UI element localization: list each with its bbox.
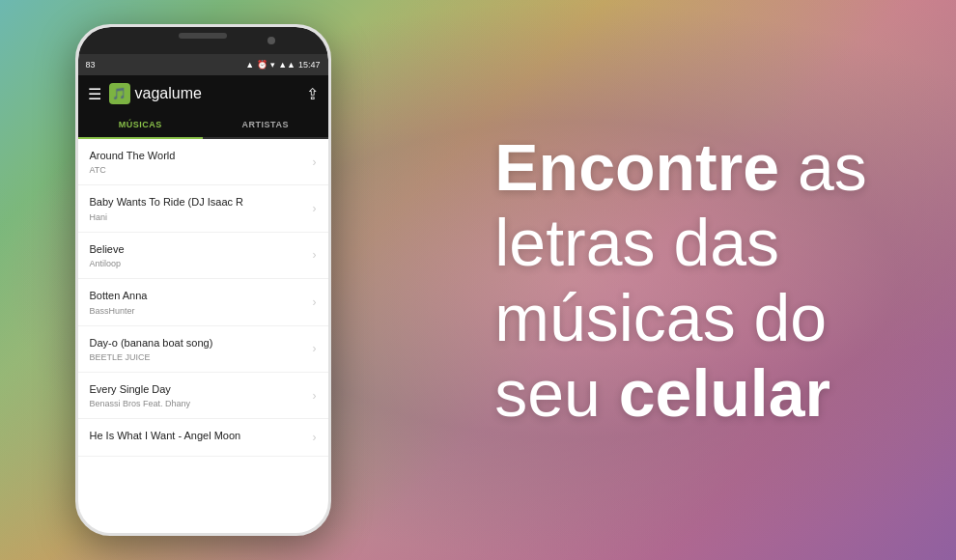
status-bar: 83 ▲ ⏰ ▾ ▲▲ 15:47 <box>78 54 328 75</box>
song-title-5: Day-o (banana boat song) <box>90 336 305 350</box>
logo-icon: 🎵 <box>109 83 130 104</box>
app-logo: 🎵 vagalume <box>109 83 202 104</box>
share-icon[interactable]: ⇪ <box>306 85 319 103</box>
phone-panel: 83 ▲ ⏰ ▾ ▲▲ 15:47 ☰ <box>0 0 406 560</box>
chevron-icon-4: › <box>313 295 317 309</box>
status-right: ▲ ⏰ ▾ ▲▲ 15:47 <box>245 60 320 70</box>
status-left: 83 <box>86 60 96 70</box>
chevron-icon-1: › <box>313 155 317 169</box>
chevron-icon-5: › <box>313 342 317 355</box>
song-info-7: He Is What I Want - Angel Moon <box>90 429 305 445</box>
time-display: 15:47 <box>298 60 321 70</box>
song-info-3: Believe Antiloop <box>90 242 305 268</box>
song-info-6: Every Single Day Benassi Bros Feat. Dhan… <box>90 382 305 408</box>
song-artist-3: Antiloop <box>90 259 305 268</box>
song-artist-5: BEETLE JUICE <box>90 352 305 362</box>
song-artist-1: ATC <box>90 165 305 175</box>
song-title-6: Every Single Day <box>90 382 305 397</box>
battery-level: 83 <box>86 60 96 70</box>
song-item-7[interactable]: He Is What I Want - Angel Moon › <box>78 419 328 456</box>
logo-music-icon: 🎵 <box>112 87 127 100</box>
song-item-6[interactable]: Every Single Day Benassi Bros Feat. Dhan… <box>78 373 328 419</box>
tagline-line-3: músicas do <box>494 280 866 355</box>
volume-up-button <box>75 104 77 133</box>
song-artist-6: Benassi Bros Feat. Dhany <box>90 399 305 408</box>
logo-text: vagalume <box>135 85 202 102</box>
tagline-word-celular: celular <box>619 356 830 430</box>
song-title-3: Believe <box>90 242 305 257</box>
hamburger-icon[interactable]: ☰ <box>88 85 101 103</box>
signal-icon: ▲ <box>245 60 254 70</box>
speaker <box>179 33 227 39</box>
phone-screen-inner: 83 ▲ ⏰ ▾ ▲▲ 15:47 ☰ <box>78 27 328 533</box>
song-artist-4: BassHunter <box>90 306 305 316</box>
song-title-2: Baby Wants To Ride (DJ Isaac R <box>90 195 305 210</box>
tab-artistas[interactable]: ARTISTAS <box>203 112 328 137</box>
volume-down-button <box>75 143 77 177</box>
song-artist-2: Hani <box>90 212 305 222</box>
phone-screen: 83 ▲ ⏰ ▾ ▲▲ 15:47 ☰ <box>78 54 328 533</box>
chevron-icon-3: › <box>313 248 317 262</box>
song-info-4: Botten Anna BassHunter <box>90 289 305 315</box>
network-icon: ▲▲ <box>278 60 295 70</box>
song-title-7: He Is What I Want - Angel Moon <box>90 429 305 443</box>
camera-button <box>75 186 77 220</box>
tagline-line-2: letras das <box>494 205 866 280</box>
song-list: Around The World ATC › Baby Wants To Rid… <box>78 139 328 533</box>
chevron-icon-2: › <box>313 202 317 215</box>
tagline-word-as: as <box>798 130 867 204</box>
phone-mockup: 83 ▲ ⏰ ▾ ▲▲ 15:47 ☰ <box>75 24 331 536</box>
song-info-2: Baby Wants To Ride (DJ Isaac R Hani <box>90 195 305 221</box>
tagline-word-seu: seu <box>494 356 619 430</box>
tab-musicas[interactable]: MÚSICAS <box>78 112 204 139</box>
tagline-line-1: Encontre as <box>494 129 866 205</box>
phone-top-bezel <box>78 27 328 54</box>
chevron-icon-6: › <box>313 389 317 403</box>
alarm-icon: ⏰ <box>257 60 267 70</box>
app-header: ☰ 🎵 vagalume ⇪ <box>78 75 328 112</box>
song-info-1: Around The World ATC <box>90 149 305 175</box>
song-item-2[interactable]: Baby Wants To Ride (DJ Isaac R Hani › <box>78 185 328 232</box>
tagline-word-encontre: Encontre <box>494 130 779 204</box>
song-title-4: Botten Anna <box>90 289 305 303</box>
song-item-3[interactable]: Believe Antiloop › <box>78 233 328 279</box>
app-header-left: ☰ 🎵 vagalume <box>88 83 202 104</box>
tab-bar: MÚSICAS ARTISTAS <box>78 112 328 139</box>
song-info-5: Day-o (banana boat song) BEETLE JUICE <box>90 336 305 362</box>
song-item-5[interactable]: Day-o (banana boat song) BEETLE JUICE › <box>78 326 328 373</box>
front-camera <box>267 37 275 44</box>
tagline-panel: Encontre as letras das músicas do seu ce… <box>406 0 956 560</box>
song-title-1: Around The World <box>90 149 305 163</box>
wifi-icon: ▾ <box>270 60 275 70</box>
song-item-1[interactable]: Around The World ATC › <box>78 139 328 185</box>
song-item-4[interactable]: Botten Anna BassHunter › <box>78 279 328 325</box>
chevron-icon-7: › <box>313 431 317 444</box>
tagline: Encontre as letras das músicas do seu ce… <box>494 129 866 432</box>
tagline-line-4: seu celular <box>494 355 866 431</box>
power-button <box>329 124 331 172</box>
